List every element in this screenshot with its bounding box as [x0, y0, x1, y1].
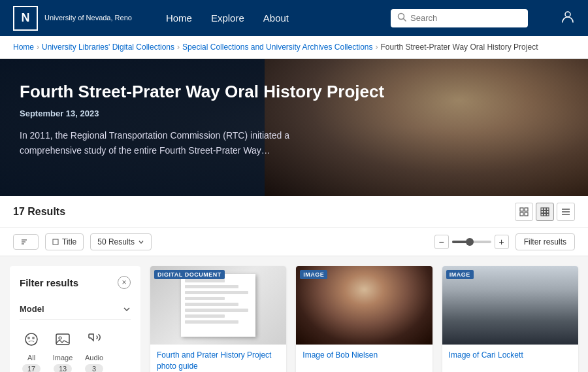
nav-explore[interactable]: Explore: [203, 7, 252, 29]
zoom-slider[interactable]: [452, 241, 491, 243]
title-select-button[interactable]: Title: [45, 233, 84, 250]
card-3-image: IMAGE: [442, 266, 578, 345]
card-1-title: Fourth and Prater History Project photo …: [157, 350, 280, 372]
per-page-label: 50 Results: [97, 237, 135, 246]
svg-rect-4: [525, 208, 528, 211]
filter-model-items: All 17 Image 13: [20, 328, 131, 372]
main-nav: Home Explore About: [158, 7, 297, 29]
breadcrumb-sep-1: ›: [37, 42, 39, 52]
filter-model-section-header[interactable]: Model: [20, 299, 131, 320]
breadcrumb-current: Fourth Street-Prater Way Oral History Pr…: [381, 42, 538, 52]
results-count: 17 Results: [13, 206, 65, 218]
breadcrumb-sep-2: ›: [177, 42, 180, 52]
card-2-body: Image of Bob Nielsen: [296, 345, 432, 366]
svg-rect-8: [544, 208, 546, 211]
svg-rect-22: [53, 239, 58, 245]
zoom-in-button[interactable]: +: [495, 235, 509, 249]
svg-rect-7: [541, 208, 544, 211]
user-icon[interactable]: [561, 9, 575, 27]
filter-title: Filter results: [20, 277, 78, 288]
card-2-title: Image of Bob Nielsen: [302, 350, 425, 361]
title-select-label: Title: [62, 237, 76, 246]
svg-point-25: [32, 337, 35, 339]
svg-rect-14: [544, 214, 546, 216]
svg-rect-15: [547, 214, 549, 216]
svg-rect-10: [541, 211, 544, 213]
search-input[interactable]: [410, 13, 521, 23]
hero-description: In 2011, the Regional Transportation Com…: [20, 128, 320, 158]
card-3-title: Image of Cari Lockett: [449, 350, 572, 361]
filter-item-audio-label: Audio: [85, 354, 103, 362]
svg-rect-6: [525, 212, 528, 216]
hero-content: Fourth Street-Prater Way Oral History Pr…: [0, 59, 588, 171]
filter-item-all-count: 17: [22, 364, 41, 372]
sort-button[interactable]: [13, 234, 39, 250]
filter-item-audio-count: 3: [85, 364, 103, 372]
breadcrumb-home[interactable]: Home: [13, 42, 34, 52]
view-grid-2-button[interactable]: [515, 203, 533, 221]
card-2-badge: IMAGE: [300, 270, 327, 279]
nav-home[interactable]: Home: [158, 7, 200, 29]
card-3-body: Image of Cari Lockett: [442, 345, 578, 366]
zoom-control: − +: [434, 235, 509, 249]
results-grid: DIGITAL DOCUMENT Fourth and Prater Histo…: [150, 266, 578, 372]
svg-rect-12: [547, 211, 549, 213]
filter-item-image[interactable]: Image 13: [51, 328, 74, 372]
toolbar: Title 50 Results − + Filter results: [0, 228, 588, 256]
brand[interactable]: N University of Nevada, Reno: [13, 6, 132, 31]
breadcrumb-sep-3: ›: [376, 42, 378, 52]
result-card-2[interactable]: IMAGE Image of Bob Nielsen: [296, 266, 432, 372]
zoom-out-button[interactable]: −: [434, 235, 449, 249]
hero-title: Fourth Street-Prater Way Oral History Pr…: [20, 82, 568, 102]
navbar: N University of Nevada, Reno Home Explor…: [0, 0, 588, 36]
filter-model-label: Model: [20, 304, 44, 314]
svg-rect-5: [520, 212, 523, 216]
card-3-badge: IMAGE: [446, 270, 474, 279]
svg-rect-13: [541, 214, 544, 216]
hero-section: Fourth Street-Prater Way Oral History Pr…: [0, 59, 588, 196]
filter-header: Filter results ×: [20, 276, 131, 289]
logo-letter: N: [22, 11, 30, 25]
view-controls: [515, 203, 575, 221]
svg-rect-9: [547, 208, 549, 211]
result-card-3[interactable]: IMAGE Image of Cari Lockett: [442, 266, 578, 372]
hero-date: September 13, 2023: [20, 109, 568, 118]
logo-box: N: [13, 6, 38, 31]
chevron-down-icon: [123, 305, 131, 313]
filter-close-button[interactable]: ×: [118, 276, 131, 289]
card-2-image: IMAGE: [296, 266, 432, 345]
svg-point-24: [27, 337, 30, 339]
svg-point-2: [565, 12, 570, 17]
svg-rect-3: [520, 208, 523, 211]
filter-item-image-label: Image: [53, 354, 73, 362]
svg-rect-26: [56, 334, 69, 345]
filter-item-image-count: 13: [54, 364, 72, 372]
school-name: University of Nevada, Reno: [44, 13, 132, 22]
image-icon: [51, 328, 74, 351]
filter-item-all[interactable]: All 17: [20, 328, 43, 372]
filter-item-audio[interactable]: Audio 3: [82, 328, 106, 372]
svg-line-1: [404, 18, 406, 21]
main-content: Filter results × Model All: [0, 256, 588, 372]
all-icon: [20, 328, 43, 351]
breadcrumb-special-collections[interactable]: Special Collections and University Archi…: [182, 42, 372, 52]
filter-item-all-label: All: [27, 354, 35, 362]
svg-point-23: [25, 333, 37, 345]
card-1-body: Fourth and Prater History Project photo …: [150, 345, 286, 372]
nav-about[interactable]: About: [255, 7, 297, 29]
breadcrumb-libraries[interactable]: University Libraries' Digital Collection…: [42, 42, 174, 52]
results-per-page-button[interactable]: 50 Results: [90, 233, 152, 250]
breadcrumb: Home › University Libraries' Digital Col…: [0, 36, 588, 59]
search-area: [391, 9, 528, 27]
view-grid-3-button[interactable]: [536, 203, 554, 221]
svg-rect-11: [544, 211, 546, 213]
svg-point-27: [59, 337, 61, 339]
filter-sidebar: Filter results × Model All: [10, 266, 140, 372]
card-1-image: DIGITAL DOCUMENT: [150, 266, 286, 345]
zoom-slider-thumb: [466, 238, 474, 246]
result-card-1[interactable]: DIGITAL DOCUMENT Fourth and Prater Histo…: [150, 266, 286, 372]
search-icon: [397, 12, 406, 24]
filter-results-button[interactable]: Filter results: [515, 233, 575, 250]
audio-icon: [82, 328, 106, 351]
view-list-button[interactable]: [557, 203, 575, 221]
